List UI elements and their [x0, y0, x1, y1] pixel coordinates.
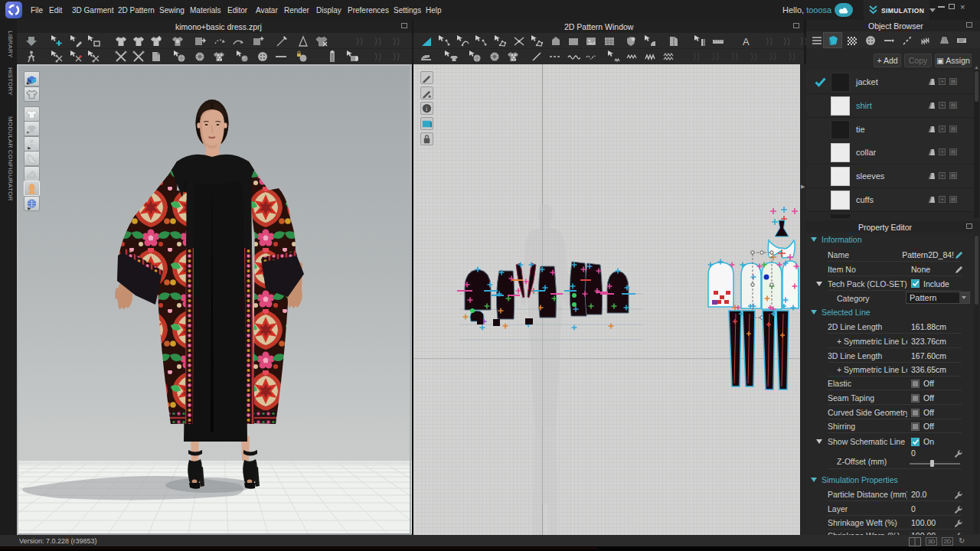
svg-text:A: A [743, 36, 750, 47]
